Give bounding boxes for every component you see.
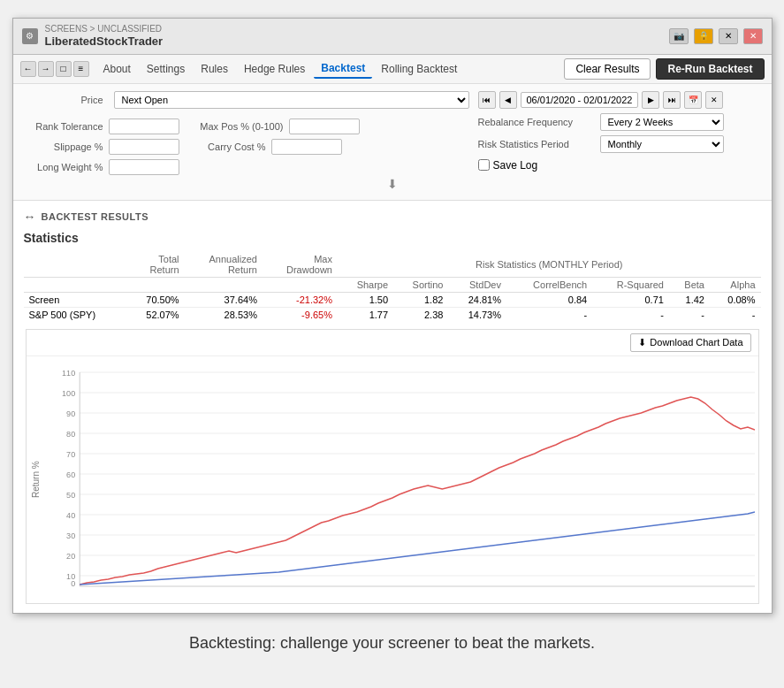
carry-cost-input[interactable]: 0.0 [271, 139, 342, 155]
rank-tolerance-pair: Rank Tolerance 0.0 [24, 118, 179, 134]
divider-arrow: ⬇ [24, 175, 761, 193]
col-ar-2 [185, 277, 263, 292]
col-md-2 [263, 277, 338, 292]
save-log-checkbox[interactable] [478, 159, 490, 171]
menu-hedge-rules[interactable]: Hedge Rules [237, 60, 312, 78]
svg-text:40: 40 [66, 511, 75, 520]
svg-text:50: 50 [66, 491, 75, 500]
statistics-table: TotalReturn AnnualizedReturn MaxDrawdown… [24, 252, 761, 322]
col-sharpe: Sharpe [338, 277, 393, 292]
col-sortino: Sortino [393, 277, 448, 292]
menu-bar: ← → □ ≡ About Settings Rules Hedge Rules… [13, 55, 772, 84]
col-alpha: Alpha [710, 277, 761, 292]
max-pos-label: Max Pos % (0-100) [186, 121, 284, 132]
results-section: ↔ BACKTEST RESULTS Statistics TotalRetur… [13, 201, 772, 613]
date-calendar-button[interactable]: 📅 [684, 91, 702, 109]
table-row: S&P 500 (SPY)52.07%28.53%-9.65%1.772.381… [24, 307, 761, 322]
menu-items: About Settings Rules Hedge Rules Backtes… [96, 59, 465, 79]
price-select[interactable]: Next Open Close Open [114, 91, 469, 109]
close-button[interactable]: ✕ [743, 28, 763, 44]
menu-rolling-backtest[interactable]: Rolling Backtest [374, 60, 464, 78]
results-title: BACKTEST RESULTS [42, 211, 148, 222]
forward-button[interactable]: → [38, 61, 54, 77]
rank-tolerance-input[interactable]: 0.0 [109, 118, 179, 134]
svg-text:80: 80 [66, 430, 75, 439]
results-header: ↔ BACKTEST RESULTS [24, 210, 761, 224]
max-pos-pair: Max Pos % (0-100) 100.0 [186, 118, 360, 134]
save-log-label: Save Log [493, 159, 538, 172]
rank-tolerance-label: Rank Tolerance [24, 121, 103, 132]
menu-rules[interactable]: Rules [194, 60, 235, 78]
title-bar: ⚙ SCREENS > UNCLASSIFIED LiberatedStockT… [13, 19, 772, 55]
statistics-label: Statistics [24, 231, 761, 245]
col-beta: Beta [669, 277, 710, 292]
col-max-drawdown: MaxDrawdown [263, 252, 338, 278]
date-range-row: ⏮ ◀ 06/01/2020 - 02/01/2022 ▶ ⏭ 📅 ✕ [478, 91, 747, 109]
long-weight-label: Long Weight % [24, 162, 103, 172]
svg-text:0: 0 [71, 579, 75, 588]
pin-button[interactable]: ✕ [719, 28, 738, 44]
lock-button[interactable]: 🔒 [694, 28, 713, 44]
max-pos-input[interactable]: 100.0 [289, 118, 360, 134]
long-weight-input[interactable]: 100.0 [109, 159, 179, 175]
app-icon: ⚙ [22, 28, 38, 44]
rebalance-select[interactable]: Every 2 Weeks Every Week Monthly [600, 113, 724, 131]
date-first-button[interactable]: ⏮ [478, 91, 496, 109]
date-prev-button[interactable]: ◀ [499, 91, 517, 109]
home-button[interactable]: □ [56, 61, 72, 77]
col-risk-header: Risk Statistics (MONTHLY Period) [338, 252, 761, 278]
slippage-pair: Slippage % 0.25 [24, 139, 179, 155]
chart-svg: 110 100 90 80 70 60 50 40 30 20 10 0 [44, 363, 755, 593]
rebalance-label: Rebalance Frequency [478, 117, 593, 127]
breadcrumb: SCREENS > UNCLASSIFIED [45, 24, 164, 34]
carry-cost-pair: Carry Cost % 0.0 [186, 139, 342, 155]
y-axis-label: Return % [27, 363, 44, 596]
spy-line [80, 512, 755, 585]
back-button[interactable]: ← [20, 61, 36, 77]
col-rsquared: R-Squared [592, 277, 669, 292]
svg-text:100: 100 [62, 389, 75, 398]
view-button[interactable]: ≡ [73, 61, 89, 77]
col-name [24, 252, 127, 278]
menu-backtest[interactable]: Backtest [314, 59, 372, 79]
col-tr-2 [126, 277, 185, 292]
col-total-return: TotalReturn [126, 252, 185, 278]
screenshot-button[interactable]: 📷 [669, 28, 689, 44]
title-bar-left: ⚙ SCREENS > UNCLASSIFIED LiberatedStockT… [22, 24, 164, 49]
risk-period-row: Risk Statistics Period Monthly Weekly Da… [478, 135, 747, 153]
chart-area: ⬇ Download Chart Data Return % [26, 329, 759, 604]
results-arrow-icon: ↔ [24, 210, 36, 224]
slippage-input[interactable]: 0.25 [109, 139, 179, 155]
date-last-button[interactable]: ⏭ [663, 91, 681, 109]
menu-settings[interactable]: Settings [140, 60, 192, 78]
menu-right: Clear Results Re-Run Backtest [564, 58, 764, 80]
menu-about[interactable]: About [96, 60, 138, 78]
caption: Backtesting: challenge your screener to … [189, 631, 595, 655]
app-title: LiberatedStockTrader [45, 34, 164, 49]
date-clear-button[interactable]: ✕ [705, 91, 723, 109]
col-ann-return: AnnualizedReturn [185, 252, 263, 278]
carry-cost-label: Carry Cost % [186, 141, 266, 152]
price-row: Price Next Open Close Open [24, 91, 469, 109]
chart-svg-wrapper: 110 100 90 80 70 60 50 40 30 20 10 0 [44, 363, 755, 596]
chart-container: Return % [27, 356, 758, 603]
col-name-2 [24, 277, 127, 292]
risk-period-select[interactable]: Monthly Weekly Daily [600, 135, 724, 153]
svg-text:60: 60 [66, 470, 75, 479]
download-label: Download Chart Data [650, 337, 742, 348]
long-weight-pair: Long Weight % 100.0 [24, 159, 469, 175]
config-panel: Price Next Open Close Open Rank Toleranc… [13, 84, 772, 201]
download-chart-button[interactable]: ⬇ Download Chart Data [630, 333, 750, 352]
save-log-row: Save Log [478, 159, 747, 172]
rerun-backtest-button[interactable]: Re-Run Backtest [656, 58, 764, 80]
price-label: Price [24, 95, 103, 105]
table-row: Screen70.50%37.64%-21.32%1.501.8224.81%0… [24, 292, 761, 307]
svg-text:70: 70 [66, 450, 75, 459]
col-correlbench: CorrelBench [506, 277, 592, 292]
clear-results-button[interactable]: Clear Results [564, 58, 651, 80]
chart-toolbar: ⬇ Download Chart Data [27, 330, 758, 356]
date-next-button[interactable]: ▶ [642, 91, 659, 109]
screen-line [80, 397, 755, 585]
window-controls: 📷 🔒 ✕ ✕ [669, 28, 763, 44]
svg-text:90: 90 [66, 409, 75, 418]
